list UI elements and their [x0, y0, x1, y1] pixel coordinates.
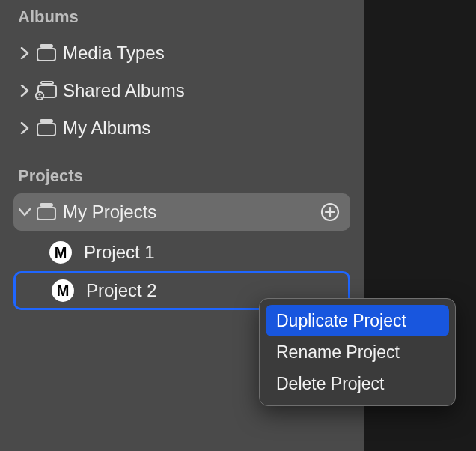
menu-item-delete-project[interactable]: Delete Project [266, 368, 449, 399]
sidebar-item-shared-albums[interactable]: Shared Albums [0, 72, 364, 109]
sidebar-item-my-projects[interactable]: My Projects [13, 193, 350, 231]
svg-rect-6 [40, 120, 52, 122]
menu-item-rename-project[interactable]: Rename Project [266, 336, 449, 368]
sidebar-item-my-albums[interactable]: My Albums [0, 109, 364, 147]
project-badge-icon: M [49, 241, 72, 264]
svg-rect-0 [40, 45, 52, 47]
svg-rect-7 [37, 124, 55, 136]
sidebar-item-label: Project 1 [82, 242, 364, 263]
svg-point-4 [36, 92, 43, 100]
album-stack-icon [31, 44, 61, 62]
menu-item-label: Delete Project [276, 374, 384, 394]
sidebar-item-media-types[interactable]: Media Types [0, 34, 364, 72]
menu-item-label: Duplicate Project [276, 311, 406, 331]
projects-section-header: Projects [0, 162, 364, 193]
sidebar-item-project-1[interactable]: M Project 1 [0, 234, 364, 271]
chevron-down-icon[interactable] [18, 208, 31, 217]
menu-item-duplicate-project[interactable]: Duplicate Project [266, 305, 449, 336]
add-project-icon[interactable] [320, 202, 340, 222]
sidebar-item-label: Shared Albums [61, 80, 364, 101]
svg-rect-9 [37, 208, 55, 220]
svg-rect-2 [41, 82, 53, 84]
svg-point-5 [38, 93, 40, 95]
sidebar-item-label: My Projects [61, 202, 350, 223]
svg-rect-1 [37, 49, 55, 61]
svg-rect-8 [40, 204, 52, 206]
shared-album-icon [31, 81, 61, 100]
project-badge-icon: M [52, 279, 74, 302]
sidebar-item-label: My Albums [61, 118, 364, 139]
chevron-right-icon[interactable] [18, 47, 31, 59]
album-stack-icon [31, 203, 61, 221]
sidebar-item-label: Media Types [61, 43, 364, 64]
menu-item-label: Rename Project [276, 342, 400, 363]
chevron-right-icon[interactable] [18, 85, 31, 97]
album-stack-icon [31, 119, 61, 137]
context-menu: Duplicate Project Rename Project Delete … [259, 298, 456, 406]
albums-section-header: Albums [0, 3, 364, 34]
chevron-right-icon[interactable] [18, 122, 31, 134]
